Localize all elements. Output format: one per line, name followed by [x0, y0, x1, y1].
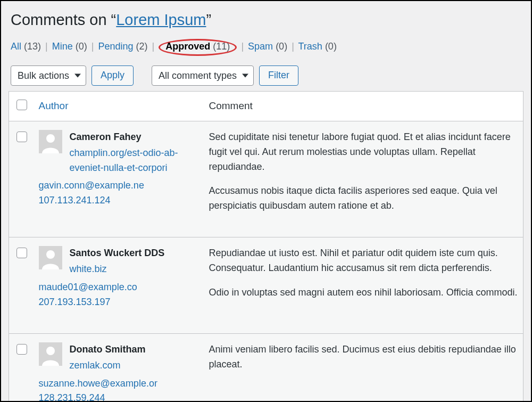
- row-checkbox-cell: [9, 333, 34, 402]
- select-all-checkbox[interactable]: [16, 100, 27, 110]
- filter-trash[interactable]: Trash: [298, 41, 322, 52]
- filter-approved-count: (11): [213, 41, 230, 52]
- status-filter-row: All (13) | Mine (0) | Pending (2) | Appr…: [11, 39, 531, 56]
- filter-pending-count: (2): [136, 41, 148, 52]
- filter-button[interactable]: Filter: [259, 65, 298, 86]
- table-row: Cameron Faheychamplin.org/est-odio-ab-ev…: [9, 121, 523, 237]
- filter-mine[interactable]: Mine: [52, 41, 73, 52]
- author-url[interactable]: white.biz: [70, 262, 165, 277]
- filter-trash-count: (0): [325, 41, 337, 52]
- separator: |: [292, 41, 294, 52]
- author-email[interactable]: suzanne.howe@example.or: [39, 376, 198, 391]
- row-checkbox[interactable]: [16, 344, 27, 355]
- col-checkbox: [9, 91, 34, 121]
- svg-point-1: [46, 134, 55, 143]
- author-url[interactable]: champlin.org/est-odio-ab-eveniet-nulla-e…: [70, 146, 198, 176]
- filter-pending[interactable]: Pending: [98, 41, 134, 52]
- table-row: Santos Wuckert DDSwhite.bizmaude01@examp…: [9, 237, 523, 334]
- author-cell: Cameron Faheychamplin.org/est-odio-ab-ev…: [34, 121, 204, 237]
- separator: |: [92, 41, 94, 52]
- author-cell: Santos Wuckert DDSwhite.bizmaude01@examp…: [34, 237, 204, 334]
- author-cell: Donato Smithamzemlak.comsuzanne.howe@exa…: [34, 333, 204, 402]
- filter-all[interactable]: All: [11, 41, 21, 52]
- author-name: Santos Wuckert DDS: [70, 246, 165, 261]
- comment-cell: Sed cupiditate nisi tenetur labore fugia…: [204, 121, 523, 237]
- filter-spam[interactable]: Spam: [248, 41, 273, 52]
- avatar: [39, 130, 62, 153]
- author-name: Donato Smitham: [70, 342, 146, 357]
- filter-mine-count: (0): [76, 41, 87, 52]
- comments-table: Author Comment Cameron Faheychamplin.org…: [9, 91, 523, 402]
- col-comment: Comment: [204, 91, 523, 121]
- author-ip[interactable]: 107.113.241.124: [39, 193, 198, 208]
- title-suffix: ”: [206, 11, 211, 28]
- comment-paragraph: Accusamus nobis itaque dicta facilis asp…: [209, 184, 518, 214]
- bulk-actions-select[interactable]: Bulk actions: [11, 65, 86, 86]
- comment-paragraph: Odio in voluptas sed magni autem eos nih…: [209, 285, 518, 300]
- separator: |: [45, 41, 48, 52]
- comment-type-select[interactable]: All comment types: [152, 65, 254, 86]
- avatar: [39, 342, 62, 366]
- comment-paragraph: Sed cupiditate nisi tenetur labore fugia…: [209, 130, 518, 175]
- row-checkbox-cell: [9, 237, 34, 334]
- page-title: Comments on “Lorem Ipsum”: [11, 11, 531, 29]
- filter-spam-count: (0): [276, 41, 287, 52]
- author-email[interactable]: maude01@example.co: [39, 280, 198, 295]
- controls-row: Bulk actions Apply All comment types Fil…: [11, 65, 531, 86]
- filter-approved-highlight: Approved (11): [159, 39, 237, 56]
- comment-paragraph: Repudiandae ut iusto est. Nihil et paria…: [209, 246, 518, 276]
- author-ip[interactable]: 207.193.153.197: [39, 295, 198, 310]
- row-checkbox[interactable]: [16, 132, 27, 142]
- apply-button[interactable]: Apply: [92, 65, 134, 86]
- col-author[interactable]: Author: [34, 91, 204, 121]
- filter-approved[interactable]: Approved: [165, 41, 210, 52]
- filter-all-count: (13): [24, 41, 41, 52]
- row-checkbox[interactable]: [16, 248, 27, 258]
- author-email[interactable]: gavin.conn@example.ne: [39, 178, 198, 193]
- svg-point-3: [46, 250, 55, 259]
- table-row: Donato Smithamzemlak.comsuzanne.howe@exa…: [9, 333, 523, 402]
- avatar: [39, 246, 62, 269]
- separator: |: [241, 41, 244, 52]
- comment-paragraph: Animi veniam libero facilis sed. Ducimus…: [209, 342, 518, 372]
- author-ip[interactable]: 128.231.59.244: [39, 391, 198, 402]
- title-prefix: Comments on “: [11, 11, 116, 28]
- separator: |: [152, 41, 155, 52]
- author-name: Cameron Fahey: [70, 130, 198, 145]
- row-checkbox-cell: [9, 121, 34, 237]
- svg-point-5: [46, 347, 55, 355]
- author-url[interactable]: zemlak.com: [70, 358, 146, 373]
- post-title-link[interactable]: Lorem Ipsum: [116, 11, 206, 28]
- comment-cell: Repudiandae ut iusto est. Nihil et paria…: [204, 237, 523, 334]
- comment-cell: Animi veniam libero facilis sed. Ducimus…: [204, 333, 523, 402]
